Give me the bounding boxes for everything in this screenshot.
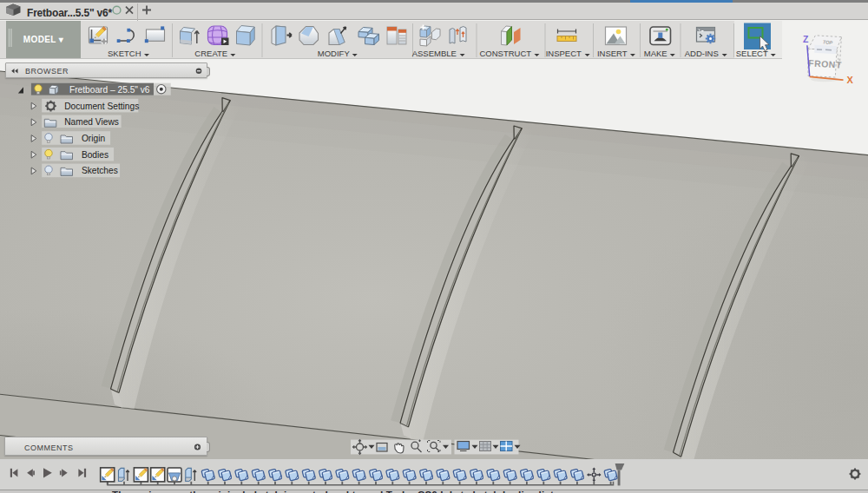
svg-text:Fretboard – 25.5" v6: Fretboard – 25.5" v6 [69, 85, 150, 95]
svg-text:Document Settings: Document Settings [64, 102, 139, 111]
svg-text:Z: Z [803, 34, 809, 44]
svg-text:X: X [847, 75, 854, 85]
svg-text:Named Views: Named Views [64, 117, 119, 127]
svg-text:Bodies: Bodies [82, 150, 108, 160]
svg-text:Sketches: Sketches [82, 166, 118, 175]
svg-text:TOP: TOP [823, 39, 833, 45]
svg-text:Origin: Origin [82, 134, 105, 143]
svg-text:FRONT: FRONT [808, 57, 842, 69]
